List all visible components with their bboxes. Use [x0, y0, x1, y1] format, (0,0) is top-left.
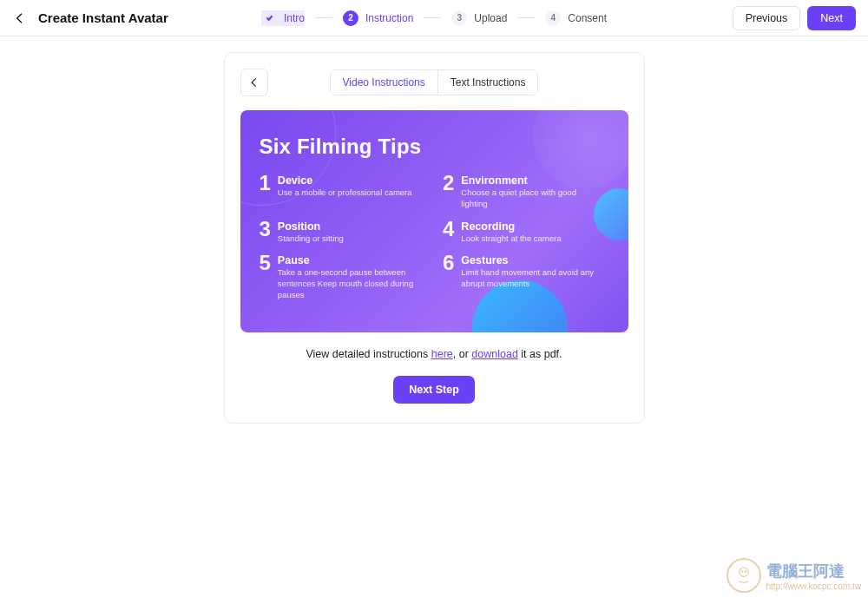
tip-number: 2 [443, 173, 454, 210]
tip-title: Environment [461, 174, 604, 187]
step-label: Instruction [365, 12, 413, 24]
watermark: 電腦王阿達 http://www.kocpc.com.tw [727, 558, 861, 593]
tip-number: 5 [260, 253, 271, 300]
tip-1: 1 Device Use a mobile or professional ca… [260, 173, 426, 210]
card-back-button[interactable] [240, 69, 268, 96]
step-divider [315, 17, 332, 18]
tip-2: 2 Environment Choose a quiet place with … [443, 173, 609, 210]
page-title: Create Instant Avatar [38, 10, 168, 25]
instructions-here-link[interactable]: here [431, 348, 453, 360]
tip-title: Gestures [461, 254, 604, 266]
svg-point-0 [739, 568, 747, 576]
next-step-button[interactable]: Next Step [393, 376, 475, 404]
svg-point-2 [744, 570, 746, 573]
tip-number: 1 [260, 173, 271, 210]
next-button[interactable]: Next [807, 6, 856, 30]
step-upload[interactable]: 3 Upload [451, 10, 507, 26]
step-label: Upload [474, 12, 507, 24]
step-label: Consent [568, 12, 607, 24]
step-intro[interactable]: Intro [261, 10, 305, 26]
tip-4: 4 Recording Look straight at the camera [443, 219, 609, 245]
tip-desc: Choose a quiet place with good lighting [461, 187, 604, 210]
stepper: Intro 2 Instruction 3 Upload 4 Consent [261, 10, 607, 26]
instruction-card: Video Instructions Text Instructions Six… [224, 52, 645, 424]
instructions-mid: , or [453, 348, 472, 360]
watermark-title: 電腦王阿達 [766, 561, 861, 582]
tip-3: 3 Position Standing or sitting [260, 219, 426, 245]
tab-text-instructions[interactable]: Text Instructions [437, 70, 538, 95]
tip-desc: Standing or sitting [278, 233, 344, 245]
step-label: Intro [284, 12, 305, 24]
tip-desc: Look straight at the camera [461, 233, 561, 245]
tip-6: 6 Gestures Limit hand movement and avoid… [443, 253, 609, 300]
tip-number: 3 [260, 219, 271, 245]
check-icon [261, 10, 277, 26]
tip-desc: Take a one-second pause between sentence… [278, 267, 421, 300]
hero-title: Six Filming Tips [260, 135, 609, 159]
header-back-button[interactable] [12, 10, 28, 26]
tip-desc: Limit hand movement and avoid any abrupt… [461, 267, 604, 290]
instruction-tabs: Video Instructions Text Instructions [330, 69, 539, 95]
instructions-text: View detailed instructions here, or down… [240, 348, 628, 360]
step-divider [517, 17, 535, 18]
watermark-icon [727, 558, 761, 593]
tab-video-instructions[interactable]: Video Instructions [331, 70, 437, 95]
tip-number: 4 [443, 219, 454, 245]
tip-number: 6 [443, 253, 454, 300]
step-number: 3 [451, 10, 467, 26]
instructions-download-link[interactable]: download [471, 348, 518, 360]
step-number: 4 [545, 10, 561, 26]
filming-tips-hero: Six Filming Tips 1 Device Use a mobile o… [240, 110, 628, 332]
step-consent[interactable]: 4 Consent [545, 10, 607, 26]
tip-desc: Use a mobile or professional camera [278, 187, 412, 199]
tip-5: 5 Pause Take a one-second pause between … [260, 253, 426, 300]
svg-point-1 [740, 570, 743, 573]
step-divider [424, 17, 441, 18]
tip-title: Position [278, 220, 344, 233]
watermark-url: http://www.kocpc.com.tw [766, 582, 861, 591]
step-instruction[interactable]: 2 Instruction [343, 10, 413, 26]
tip-title: Device [278, 174, 412, 187]
tip-title: Pause [278, 254, 421, 266]
instructions-pre: View detailed instructions [306, 348, 431, 360]
previous-button[interactable]: Previous [733, 6, 801, 30]
step-number: 2 [343, 10, 358, 26]
tip-title: Recording [461, 220, 561, 233]
instructions-post: it as pdf. [518, 348, 562, 360]
